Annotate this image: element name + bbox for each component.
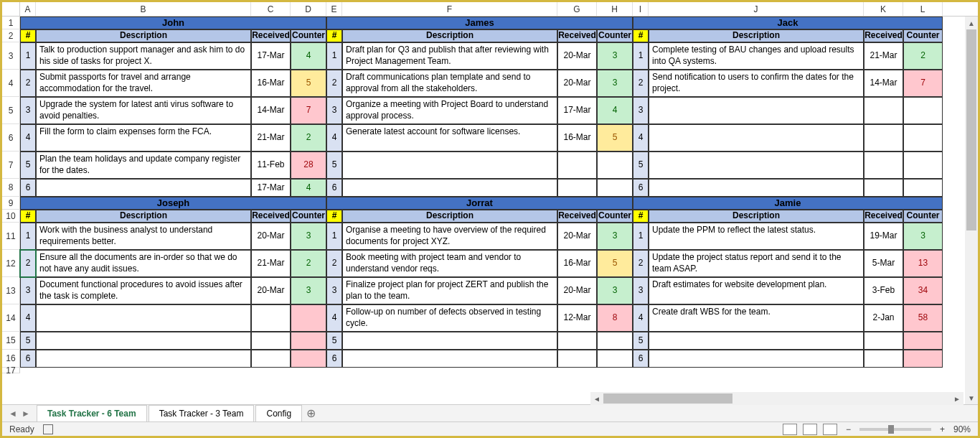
task-num[interactable]: 2 bbox=[326, 250, 342, 277]
task-counter[interactable]: 3 bbox=[903, 223, 943, 250]
task-num[interactable]: 2 bbox=[20, 250, 36, 277]
task-num[interactable]: 2 bbox=[326, 70, 342, 97]
task-desc[interactable] bbox=[36, 179, 251, 197]
task-num[interactable]: 3 bbox=[20, 277, 36, 304]
task-desc[interactable] bbox=[649, 152, 864, 179]
task-received[interactable]: 20-Mar bbox=[557, 42, 597, 70]
task-received[interactable]: 17-Mar bbox=[557, 97, 597, 124]
task-desc[interactable]: Plan the team holidays and update compan… bbox=[36, 152, 251, 179]
received-header[interactable]: Received bbox=[251, 210, 291, 223]
received-header[interactable]: Received bbox=[251, 29, 291, 42]
col-header-E[interactable]: E bbox=[326, 2, 342, 16]
task-desc[interactable]: Organise a meeting to have overview of t… bbox=[342, 223, 557, 250]
row-header-5[interactable]: 5 bbox=[2, 97, 20, 124]
task-desc[interactable] bbox=[342, 179, 557, 197]
row-header-8[interactable]: 8 bbox=[2, 179, 20, 197]
row-header-2[interactable]: 2 bbox=[2, 29, 20, 42]
vertical-scrollbar[interactable]: ▲ ▼ bbox=[965, 17, 978, 404]
task-counter[interactable]: 3 bbox=[597, 42, 633, 70]
task-counter[interactable]: 5 bbox=[597, 250, 633, 277]
task-num[interactable]: 2 bbox=[633, 70, 649, 97]
task-desc[interactable]: Create draft WBS for the team. bbox=[649, 304, 864, 332]
task-num[interactable]: 2 bbox=[633, 250, 649, 277]
task-counter[interactable]: 4 bbox=[291, 42, 326, 70]
task-counter[interactable]: 2 bbox=[291, 250, 326, 277]
row-header-11[interactable]: 11 bbox=[2, 223, 20, 250]
task-received[interactable]: 16-Mar bbox=[557, 124, 597, 152]
task-received[interactable]: 16-Mar bbox=[251, 70, 291, 97]
task-desc[interactable]: Draft communications plan template and s… bbox=[342, 70, 557, 97]
task-counter[interactable]: 7 bbox=[291, 97, 326, 124]
zoom-slider[interactable] bbox=[859, 428, 931, 431]
task-counter[interactable] bbox=[903, 332, 943, 350]
task-num[interactable]: 3 bbox=[633, 97, 649, 124]
task-received[interactable]: 21-Mar bbox=[251, 124, 291, 152]
v-scroll-thumb[interactable] bbox=[966, 29, 976, 230]
received-header[interactable]: Received bbox=[557, 29, 597, 42]
task-received[interactable]: 20-Mar bbox=[557, 277, 597, 304]
scroll-up-icon[interactable]: ▲ bbox=[965, 17, 978, 29]
task-num[interactable]: 4 bbox=[20, 304, 36, 332]
task-received[interactable]: 20-Mar bbox=[251, 223, 291, 250]
desc-header[interactable]: Description bbox=[342, 29, 557, 42]
task-counter[interactable]: 5 bbox=[291, 70, 326, 97]
num-header[interactable]: # bbox=[20, 210, 36, 223]
task-desc[interactable] bbox=[36, 304, 251, 332]
task-counter[interactable] bbox=[291, 332, 326, 350]
task-desc[interactable]: Draft plan for Q3 and publish that after… bbox=[342, 42, 557, 70]
num-header[interactable]: # bbox=[633, 210, 649, 223]
zoom-level[interactable]: 90% bbox=[953, 424, 971, 434]
task-num[interactable]: 5 bbox=[20, 332, 36, 350]
col-header-J[interactable]: J bbox=[649, 2, 864, 16]
task-desc[interactable]: Send notification to users to confirm th… bbox=[649, 70, 864, 97]
zoom-in-button[interactable]: + bbox=[937, 424, 948, 434]
task-desc[interactable]: Draft estimates for website development … bbox=[649, 277, 864, 304]
task-received[interactable]: 21-Mar bbox=[251, 250, 291, 277]
person-header-jorrat[interactable]: Jorrat bbox=[326, 197, 633, 210]
task-desc[interactable]: Finalize project plan for project ZERT a… bbox=[342, 277, 557, 304]
task-counter[interactable]: 4 bbox=[291, 179, 326, 197]
task-counter[interactable]: 8 bbox=[597, 304, 633, 332]
col-header-D[interactable]: D bbox=[291, 2, 326, 16]
task-desc[interactable]: Upgrade the system for latest anti virus… bbox=[36, 97, 251, 124]
task-desc[interactable] bbox=[649, 179, 864, 197]
row-header-4[interactable]: 4 bbox=[2, 70, 20, 97]
task-counter[interactable]: 3 bbox=[291, 223, 326, 250]
sheet-tab-0[interactable]: Task Tracker - 6 Team bbox=[37, 405, 147, 423]
task-num[interactable]: 6 bbox=[20, 350, 36, 368]
task-counter[interactable]: 2 bbox=[291, 124, 326, 152]
task-received[interactable] bbox=[864, 179, 903, 197]
task-received[interactable] bbox=[864, 332, 903, 350]
task-num[interactable]: 1 bbox=[20, 42, 36, 70]
counter-header[interactable]: Counter bbox=[291, 29, 326, 42]
macro-record-icon[interactable] bbox=[43, 424, 53, 434]
task-counter[interactable]: 3 bbox=[597, 277, 633, 304]
num-header[interactable]: # bbox=[20, 29, 36, 42]
task-desc[interactable]: Follow-up on number of defects observed … bbox=[342, 304, 557, 332]
task-desc[interactable]: Fill the form to claim expenses form the… bbox=[36, 124, 251, 152]
task-received[interactable]: 12-Mar bbox=[557, 304, 597, 332]
task-num[interactable]: 6 bbox=[633, 179, 649, 197]
task-received[interactable]: 5-Mar bbox=[864, 250, 903, 277]
task-desc[interactable] bbox=[36, 350, 251, 368]
add-sheet-button[interactable]: ⊕ bbox=[302, 405, 319, 422]
counter-header[interactable]: Counter bbox=[597, 210, 633, 223]
task-counter[interactable]: 3 bbox=[597, 70, 633, 97]
person-header-jamie[interactable]: Jamie bbox=[633, 197, 943, 210]
task-received[interactable] bbox=[557, 350, 597, 368]
task-counter[interactable]: 5 bbox=[597, 124, 633, 152]
task-desc[interactable]: Talk to production support manager and a… bbox=[36, 42, 251, 70]
task-received[interactable]: 14-Mar bbox=[251, 97, 291, 124]
desc-header[interactable]: Description bbox=[36, 29, 251, 42]
col-header-A[interactable]: A bbox=[20, 2, 36, 16]
task-desc[interactable] bbox=[649, 97, 864, 124]
row-header-3[interactable]: 3 bbox=[2, 42, 20, 70]
task-counter[interactable]: 4 bbox=[597, 97, 633, 124]
scroll-down-icon[interactable]: ▼ bbox=[965, 391, 978, 404]
task-num[interactable]: 6 bbox=[326, 179, 342, 197]
task-num[interactable]: 1 bbox=[326, 223, 342, 250]
task-received[interactable]: 17-Mar bbox=[251, 42, 291, 70]
scroll-right-icon[interactable]: ► bbox=[951, 392, 963, 405]
task-num[interactable]: 3 bbox=[20, 97, 36, 124]
col-header-L[interactable]: L bbox=[903, 2, 943, 16]
